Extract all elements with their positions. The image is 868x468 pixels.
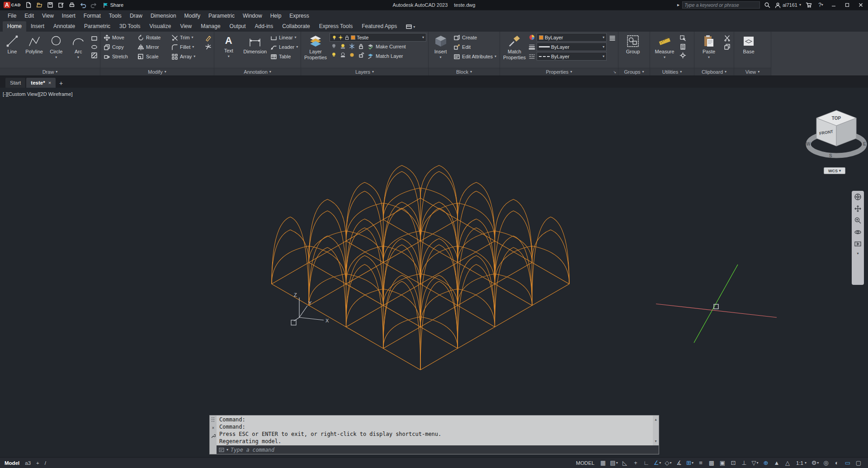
tab-express-tools[interactable]: Express Tools: [315, 21, 357, 32]
menu-item-dimension[interactable]: Dimension: [146, 10, 180, 21]
tab-manage[interactable]: Manage: [196, 21, 225, 32]
menu-item-edit[interactable]: Edit: [20, 10, 38, 21]
menu-item-help[interactable]: Help: [266, 10, 286, 21]
ellipse-tool-button[interactable]: [90, 43, 98, 51]
3d-osnap-toggle[interactable]: ⊡: [728, 459, 738, 466]
lineweight-dropdown[interactable]: ByLayer ▾: [537, 43, 607, 51]
panel-label-utilities[interactable]: Utilities▾: [650, 68, 694, 76]
layer-properties-button[interactable]: Layer Properties: [303, 33, 328, 67]
tab-home[interactable]: Home: [3, 21, 26, 32]
share-button[interactable]: Share: [100, 2, 126, 8]
layer-isolate-button[interactable]: [339, 42, 347, 50]
tab-3d-tools[interactable]: 3D Tools: [115, 21, 145, 32]
id-point-button[interactable]: [679, 51, 687, 59]
gizmo-toggle[interactable]: ⊕: [761, 459, 771, 466]
table-button[interactable]: Table: [269, 52, 299, 61]
ribbon-display-toggle[interactable]: ▾: [406, 24, 415, 32]
move-button[interactable]: Move: [102, 33, 135, 42]
lineweight-icon[interactable]: [528, 43, 535, 50]
command-recent-icon[interactable]: [219, 447, 224, 453]
transparency-toggle[interactable]: ▩: [707, 459, 717, 466]
quick-calc-button[interactable]: [679, 43, 687, 51]
tab-parametric[interactable]: Parametric: [80, 21, 115, 32]
grid-toggle[interactable]: ▦: [598, 459, 608, 466]
polar-tracking-toggle[interactable]: ∠▾: [652, 459, 662, 466]
command-history[interactable]: Command: Command: Press ESC or ENTER to …: [217, 416, 659, 445]
paste-button[interactable]: Paste ▾: [696, 33, 722, 67]
pan-icon[interactable]: [854, 205, 862, 213]
save-button[interactable]: [46, 1, 55, 9]
isodraft-toggle[interactable]: ◇▾: [663, 459, 673, 466]
save-as-button[interactable]: [57, 1, 66, 9]
annotation-scale-button[interactable]: 1:1▾: [793, 460, 809, 466]
layout-tab-a3[interactable]: a3: [25, 460, 31, 466]
infer-constraints-toggle[interactable]: ◺: [620, 459, 630, 466]
properties-list-button[interactable]: [608, 34, 616, 42]
panel-label-clipboard[interactable]: Clipboard▾: [694, 68, 734, 76]
layer-freeze-button[interactable]: [348, 42, 356, 50]
base-button[interactable]: Base: [736, 33, 761, 67]
layout-overflow-icon[interactable]: /: [45, 460, 46, 466]
command-window-titlebar[interactable]: ×: [210, 416, 217, 454]
menu-item-express[interactable]: Express: [285, 10, 313, 21]
object-snap-toggle[interactable]: ⊞▾: [685, 459, 695, 466]
menu-item-tools[interactable]: Tools: [105, 10, 126, 21]
text-button[interactable]: A Text ▾: [216, 33, 241, 67]
create-block-button[interactable]: Create: [452, 33, 498, 42]
layer-off-button[interactable]: [330, 42, 338, 50]
maximize-button[interactable]: [842, 1, 853, 9]
file-tab-start[interactable]: Start: [5, 78, 25, 88]
erase-button[interactable]: [204, 34, 212, 42]
showmotion-icon[interactable]: [854, 240, 862, 248]
tab-insert[interactable]: Insert: [26, 21, 49, 32]
insert-button[interactable]: Insert ▾: [430, 33, 451, 67]
selection-filter-toggle[interactable]: ▽▾: [750, 459, 760, 466]
minimize-button[interactable]: [828, 1, 839, 9]
command-options-dropdown-icon[interactable]: ▾: [226, 448, 228, 452]
layer-dropdown[interactable]: Teste ▾: [330, 33, 426, 42]
selection-cycling-toggle[interactable]: ▣: [717, 459, 727, 466]
annotation-visibility-toggle[interactable]: ▲: [772, 459, 782, 466]
copy-clip-button[interactable]: [723, 43, 731, 51]
menu-item-file[interactable]: File: [4, 10, 20, 21]
panel-label-layers[interactable]: Layers▾: [301, 68, 428, 76]
viewcube-top-label[interactable]: TOP: [832, 116, 841, 121]
tab-add-ins[interactable]: Add-ins: [250, 21, 278, 32]
properties-expander-icon[interactable]: ↘: [613, 70, 616, 74]
command-close-icon[interactable]: ×: [212, 426, 215, 430]
undo-button[interactable]: [78, 1, 88, 9]
panel-label-block[interactable]: Block▾: [429, 68, 500, 76]
panel-label-properties[interactable]: Properties▾ ↘: [500, 68, 618, 76]
help-button[interactable]: ?▾: [816, 1, 826, 9]
hatch-tool-button[interactable]: [90, 51, 98, 59]
signin-menu[interactable]: al7161 ▾: [775, 2, 801, 8]
linetype-dropdown[interactable]: ByLayer ▾: [537, 52, 607, 61]
rotate-button[interactable]: Rotate: [136, 33, 169, 42]
dimension-button[interactable]: Dimension: [243, 33, 268, 67]
file-tab-teste[interactable]: teste* ×: [26, 78, 56, 88]
command-customize-wrench-icon[interactable]: [211, 434, 216, 439]
close-tab-icon[interactable]: ×: [48, 80, 51, 85]
measure-button[interactable]: Measure ▾: [652, 33, 677, 67]
panel-label-annotation[interactable]: Annotation▾: [214, 68, 301, 76]
wcs-dropdown[interactable]: WCS ▾: [824, 167, 845, 174]
layer-on-button[interactable]: [330, 51, 338, 59]
new-drawing-tab-button[interactable]: +: [57, 79, 66, 88]
mirror-button[interactable]: Mirror: [136, 43, 169, 52]
autoscale-toggle[interactable]: △: [783, 459, 793, 466]
match-properties-button[interactable]: Match Properties: [502, 33, 527, 67]
lineweight-toggle[interactable]: ≡: [696, 459, 706, 466]
panel-label-modify[interactable]: Modify▾: [100, 68, 214, 76]
search-expand-icon[interactable]: ▸: [677, 3, 679, 7]
model-space-toggle[interactable]: MODEL: [573, 460, 597, 466]
arc-button[interactable]: Arc ▾: [68, 33, 89, 67]
linetype-icon[interactable]: [528, 53, 535, 60]
scroll-down-icon[interactable]: ▼: [655, 438, 656, 445]
viewcube-south-label[interactable]: S: [829, 153, 832, 158]
scroll-up-icon[interactable]: ▲: [655, 416, 656, 423]
search-button[interactable]: [763, 1, 772, 9]
quick-select-button[interactable]: [679, 34, 687, 42]
menu-item-parametric[interactable]: Parametric: [204, 10, 239, 21]
menu-item-window[interactable]: Window: [239, 10, 266, 21]
layer-thaw-button[interactable]: [348, 51, 356, 59]
